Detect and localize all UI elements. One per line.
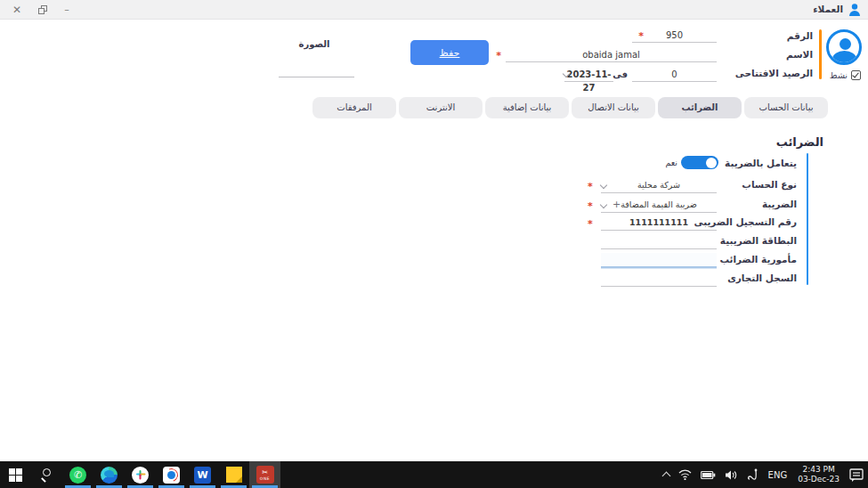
add-tax-icon[interactable]: +	[612, 199, 621, 210]
avatar[interactable]	[826, 29, 862, 65]
date-input[interactable]: 2023-11-27	[564, 68, 613, 82]
start-button[interactable]	[0, 461, 31, 488]
tab-additional-data[interactable]: بيانات إضافية	[485, 97, 569, 118]
chevron-up-icon	[661, 472, 670, 481]
required-marker: *	[588, 218, 593, 230]
date-infix-label: فى	[612, 69, 628, 79]
tab-internet[interactable]: الانترنت	[399, 97, 483, 118]
photo-label: الصورة	[279, 39, 350, 49]
required-marker: *	[496, 50, 501, 61]
wifi-icon	[678, 469, 692, 480]
tax-accent-bar	[807, 153, 809, 285]
taskbar-word[interactable]: W	[187, 461, 218, 488]
taskbar-whatsapp[interactable]: ✆	[62, 461, 93, 488]
active-label: نشط	[830, 70, 848, 80]
sticky-notes-icon	[226, 467, 242, 483]
system-tray: 2:43 PM 03-Dec-23 ENG	[659, 461, 868, 488]
edge-icon	[101, 467, 118, 484]
tax-card-input[interactable]	[601, 234, 717, 249]
taskbar-edge[interactable]	[93, 461, 125, 488]
tab-bar: بيانات الحساب الضرائب بيانات الاتصال بيا…	[312, 97, 828, 118]
toggle-knob	[706, 158, 717, 168]
battery-button[interactable]	[696, 461, 720, 488]
photo-input[interactable]	[279, 77, 354, 77]
close-icon[interactable]: ✕	[9, 2, 25, 18]
minimize-icon[interactable]: –	[59, 2, 75, 18]
taskbar-sync-app[interactable]	[156, 461, 187, 488]
titlebar: ✕ – العملاء	[0, 0, 868, 20]
windows-logo-icon	[9, 468, 22, 482]
commercial-register-label: السجل التجارى	[727, 272, 797, 283]
pen-button[interactable]	[742, 461, 763, 488]
clock-time: 2:43 PM	[798, 465, 840, 475]
deals-with-tax-toggle[interactable]	[681, 156, 718, 169]
search-button[interactable]	[31, 461, 62, 488]
avatar-body	[832, 51, 856, 65]
one-app-label: ONE	[260, 476, 270, 481]
one-app-glyph: ✂	[262, 469, 268, 476]
page-title: العملاء	[813, 4, 843, 14]
avatar-head	[840, 38, 851, 50]
tax-type-select[interactable]: ضريبة القيمة المضافة + *	[601, 198, 717, 213]
tax-registration-number-input[interactable]: 1111111111 *	[601, 216, 717, 231]
tax-office-input[interactable]	[601, 253, 717, 268]
customer-person-icon	[848, 3, 861, 16]
action-center-icon	[849, 468, 864, 482]
tax-card-label: البطاقة الضريبية	[720, 235, 797, 246]
opening-balance-label: الرصيد الافتتاحى	[735, 68, 813, 78]
tax-type-label: الضريبة	[762, 199, 797, 209]
number-label: الرقم	[787, 30, 813, 41]
tab-attachments[interactable]: المرفقات	[312, 97, 396, 118]
required-marker: *	[588, 181, 593, 192]
taskbar-sticky-notes[interactable]	[218, 461, 249, 488]
slack-icon	[132, 467, 149, 484]
tray-expand-button[interactable]	[659, 461, 674, 488]
account-type-select[interactable]: شركة محلية *	[601, 178, 717, 193]
tab-taxes[interactable]: الضرائب	[658, 97, 742, 118]
whatsapp-icon: ✆	[69, 467, 86, 484]
tax-section-title: الضرائب	[776, 135, 823, 149]
volume-button[interactable]	[720, 461, 742, 488]
taskbar-one-app[interactable]: ✂ ONE	[249, 461, 280, 488]
tab-contact-data[interactable]: بيانات الاتصال	[572, 97, 655, 118]
header-accent-bar	[819, 29, 822, 79]
name-input[interactable]: obaida jamal	[506, 48, 717, 62]
check-icon	[852, 71, 859, 78]
sync-app-icon	[163, 467, 180, 484]
account-type-label: نوع الحساب	[742, 179, 797, 190]
clock-date: 03-Dec-23	[798, 475, 840, 484]
required-marker: *	[588, 200, 593, 212]
restore-square	[38, 8, 45, 14]
taskbar-clock[interactable]: 2:43 PM 03-Dec-23	[792, 461, 845, 488]
active-checkbox[interactable]	[851, 70, 861, 80]
search-icon	[41, 468, 53, 481]
language-indicator[interactable]: ENG	[763, 461, 793, 488]
header-form: نشط الرقم الاسم الرصيد الافتتاحى 950 * o…	[0, 20, 868, 96]
account-type-value: شركة محلية	[601, 178, 717, 192]
speaker-icon	[725, 469, 738, 481]
taskbar: ✆ W ✂ ONE	[0, 461, 868, 488]
tax-office-label: مأمورية الضرائب	[719, 254, 797, 264]
deals-with-tax-label: يتعامل بالضريبة	[725, 158, 797, 168]
commercial-register-input[interactable]	[601, 272, 717, 287]
toggle-state-label: نعم	[665, 158, 677, 167]
active-checkbox-row: نشط	[830, 70, 861, 80]
required-marker: *	[638, 30, 644, 42]
tax-registration-number-value: 1111111111	[601, 216, 717, 230]
wifi-button[interactable]	[674, 461, 696, 488]
one-app-icon: ✂ ONE	[256, 466, 274, 484]
pen-icon	[747, 468, 758, 481]
action-center-button[interactable]	[845, 461, 868, 488]
number-input[interactable]: 950	[632, 28, 717, 43]
taskbar-slack[interactable]	[125, 461, 156, 488]
opening-balance-input[interactable]: 0	[632, 68, 717, 82]
restore-icon[interactable]	[36, 2, 52, 18]
battery-icon	[701, 470, 716, 480]
save-button[interactable]: حفظ	[410, 40, 489, 65]
word-icon: W	[194, 467, 211, 484]
tab-account-data[interactable]: بيانات الحساب	[744, 97, 828, 118]
name-label: الاسم	[786, 49, 813, 60]
